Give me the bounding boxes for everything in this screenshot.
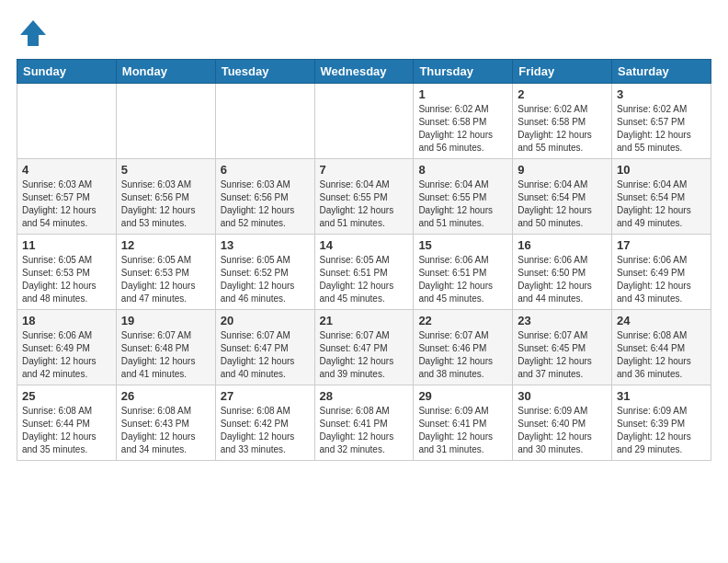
day-info: Sunrise: 6:07 AM Sunset: 6:46 PM Dayligh…	[418, 329, 507, 381]
day-info: Sunrise: 6:08 AM Sunset: 6:44 PM Dayligh…	[22, 405, 111, 456]
day-number: 26	[121, 389, 210, 403]
calendar-cell: 15Sunrise: 6:06 AM Sunset: 6:51 PM Dayli…	[414, 235, 513, 310]
calendar-header-wednesday: Wednesday	[314, 60, 414, 84]
day-number: 15	[418, 238, 507, 252]
day-info: Sunrise: 6:08 AM Sunset: 6:44 PM Dayligh…	[617, 329, 706, 381]
day-number: 31	[617, 389, 706, 403]
day-info: Sunrise: 6:02 AM Sunset: 6:57 PM Dayligh…	[617, 103, 706, 155]
day-info: Sunrise: 6:02 AM Sunset: 6:58 PM Dayligh…	[418, 103, 507, 155]
calendar-cell: 13Sunrise: 6:05 AM Sunset: 6:52 PM Dayli…	[215, 235, 314, 310]
calendar-cell: 2Sunrise: 6:02 AM Sunset: 6:58 PM Daylig…	[513, 84, 612, 159]
day-number: 14	[320, 238, 409, 252]
calendar-cell	[116, 84, 215, 159]
day-number: 1	[418, 87, 507, 101]
calendar-week-row: 11Sunrise: 6:05 AM Sunset: 6:53 PM Dayli…	[17, 235, 711, 310]
day-number: 24	[617, 314, 706, 327]
calendar-cell: 8Sunrise: 6:04 AM Sunset: 6:55 PM Daylig…	[414, 159, 513, 235]
day-info: Sunrise: 6:04 AM Sunset: 6:54 PM Dayligh…	[518, 178, 607, 230]
day-info: Sunrise: 6:07 AM Sunset: 6:45 PM Dayligh…	[518, 329, 607, 381]
calendar-cell: 18Sunrise: 6:06 AM Sunset: 6:49 PM Dayli…	[17, 310, 117, 385]
day-number: 22	[418, 314, 507, 327]
day-number: 3	[617, 87, 706, 101]
logo-icon	[17, 17, 50, 50]
day-info: Sunrise: 6:07 AM Sunset: 6:47 PM Dayligh…	[221, 329, 310, 381]
calendar-cell	[314, 84, 414, 159]
calendar-week-row: 4Sunrise: 6:03 AM Sunset: 6:57 PM Daylig…	[17, 159, 711, 235]
calendar-cell: 12Sunrise: 6:05 AM Sunset: 6:53 PM Dayli…	[116, 235, 215, 310]
day-info: Sunrise: 6:05 AM Sunset: 6:53 PM Dayligh…	[22, 254, 111, 305]
calendar-cell: 14Sunrise: 6:05 AM Sunset: 6:51 PM Dayli…	[314, 235, 414, 310]
calendar-cell: 4Sunrise: 6:03 AM Sunset: 6:57 PM Daylig…	[17, 159, 117, 235]
day-info: Sunrise: 6:06 AM Sunset: 6:51 PM Dayligh…	[418, 254, 507, 305]
calendar-cell: 23Sunrise: 6:07 AM Sunset: 6:45 PM Dayli…	[513, 310, 612, 385]
calendar-header-sunday: Sunday	[17, 60, 117, 84]
day-number: 25	[22, 389, 111, 403]
day-info: Sunrise: 6:05 AM Sunset: 6:52 PM Dayligh…	[221, 254, 310, 305]
calendar-cell: 29Sunrise: 6:09 AM Sunset: 6:41 PM Dayli…	[414, 385, 513, 461]
day-number: 10	[617, 163, 706, 177]
calendar-cell: 16Sunrise: 6:06 AM Sunset: 6:50 PM Dayli…	[513, 235, 612, 310]
calendar-cell: 19Sunrise: 6:07 AM Sunset: 6:48 PM Dayli…	[116, 310, 215, 385]
day-number: 4	[22, 163, 111, 177]
calendar-cell: 9Sunrise: 6:04 AM Sunset: 6:54 PM Daylig…	[513, 159, 612, 235]
calendar-cell: 25Sunrise: 6:08 AM Sunset: 6:44 PM Dayli…	[17, 385, 117, 461]
day-number: 28	[320, 389, 409, 403]
calendar-header-thursday: Thursday	[414, 60, 513, 84]
day-info: Sunrise: 6:08 AM Sunset: 6:42 PM Dayligh…	[221, 405, 310, 456]
day-info: Sunrise: 6:04 AM Sunset: 6:55 PM Dayligh…	[418, 178, 507, 230]
day-number: 21	[320, 314, 409, 327]
day-info: Sunrise: 6:09 AM Sunset: 6:39 PM Dayligh…	[617, 405, 706, 456]
day-number: 29	[418, 389, 507, 403]
calendar-header-monday: Monday	[116, 60, 215, 84]
logo	[17, 17, 53, 50]
calendar-table: SundayMondayTuesdayWednesdayThursdayFrid…	[17, 59, 711, 461]
calendar-cell: 7Sunrise: 6:04 AM Sunset: 6:55 PM Daylig…	[314, 159, 414, 235]
day-number: 13	[221, 238, 310, 252]
day-info: Sunrise: 6:03 AM Sunset: 6:57 PM Dayligh…	[22, 178, 111, 230]
day-number: 23	[518, 314, 607, 327]
calendar-header-row: SundayMondayTuesdayWednesdayThursdayFrid…	[17, 60, 711, 84]
calendar-week-row: 1Sunrise: 6:02 AM Sunset: 6:58 PM Daylig…	[17, 84, 711, 159]
day-number: 6	[221, 163, 310, 177]
day-info: Sunrise: 6:08 AM Sunset: 6:41 PM Dayligh…	[320, 405, 409, 456]
calendar-cell: 21Sunrise: 6:07 AM Sunset: 6:47 PM Dayli…	[314, 310, 414, 385]
day-info: Sunrise: 6:08 AM Sunset: 6:43 PM Dayligh…	[121, 405, 210, 456]
day-info: Sunrise: 6:04 AM Sunset: 6:55 PM Dayligh…	[320, 178, 409, 230]
day-number: 30	[518, 389, 607, 403]
calendar-cell: 28Sunrise: 6:08 AM Sunset: 6:41 PM Dayli…	[314, 385, 414, 461]
day-info: Sunrise: 6:07 AM Sunset: 6:48 PM Dayligh…	[121, 329, 210, 381]
calendar-cell: 22Sunrise: 6:07 AM Sunset: 6:46 PM Dayli…	[414, 310, 513, 385]
calendar-cell: 3Sunrise: 6:02 AM Sunset: 6:57 PM Daylig…	[612, 84, 711, 159]
day-info: Sunrise: 6:05 AM Sunset: 6:51 PM Dayligh…	[320, 254, 409, 305]
calendar-cell: 30Sunrise: 6:09 AM Sunset: 6:40 PM Dayli…	[513, 385, 612, 461]
day-info: Sunrise: 6:06 AM Sunset: 6:50 PM Dayligh…	[518, 254, 607, 305]
calendar-cell: 17Sunrise: 6:06 AM Sunset: 6:49 PM Dayli…	[612, 235, 711, 310]
page: SundayMondayTuesdayWednesdayThursdayFrid…	[0, 0, 728, 563]
calendar-cell: 27Sunrise: 6:08 AM Sunset: 6:42 PM Dayli…	[215, 385, 314, 461]
day-info: Sunrise: 6:03 AM Sunset: 6:56 PM Dayligh…	[121, 178, 210, 230]
calendar-week-row: 25Sunrise: 6:08 AM Sunset: 6:44 PM Dayli…	[17, 385, 711, 461]
day-number: 19	[121, 314, 210, 327]
calendar-cell: 26Sunrise: 6:08 AM Sunset: 6:43 PM Dayli…	[116, 385, 215, 461]
day-number: 2	[518, 87, 607, 101]
day-info: Sunrise: 6:03 AM Sunset: 6:56 PM Dayligh…	[221, 178, 310, 230]
day-number: 11	[22, 238, 111, 252]
calendar-cell: 5Sunrise: 6:03 AM Sunset: 6:56 PM Daylig…	[116, 159, 215, 235]
calendar-cell: 10Sunrise: 6:04 AM Sunset: 6:54 PM Dayli…	[612, 159, 711, 235]
day-number: 20	[221, 314, 310, 327]
calendar-cell: 24Sunrise: 6:08 AM Sunset: 6:44 PM Dayli…	[612, 310, 711, 385]
calendar-cell: 1Sunrise: 6:02 AM Sunset: 6:58 PM Daylig…	[414, 84, 513, 159]
day-info: Sunrise: 6:09 AM Sunset: 6:40 PM Dayligh…	[518, 405, 607, 456]
day-number: 7	[320, 163, 409, 177]
day-info: Sunrise: 6:07 AM Sunset: 6:47 PM Dayligh…	[320, 329, 409, 381]
calendar-cell	[215, 84, 314, 159]
day-number: 27	[221, 389, 310, 403]
calendar-cell: 6Sunrise: 6:03 AM Sunset: 6:56 PM Daylig…	[215, 159, 314, 235]
header	[17, 17, 711, 50]
day-info: Sunrise: 6:09 AM Sunset: 6:41 PM Dayligh…	[418, 405, 507, 456]
day-info: Sunrise: 6:05 AM Sunset: 6:53 PM Dayligh…	[121, 254, 210, 305]
calendar-week-row: 18Sunrise: 6:06 AM Sunset: 6:49 PM Dayli…	[17, 310, 711, 385]
day-number: 16	[518, 238, 607, 252]
day-info: Sunrise: 6:04 AM Sunset: 6:54 PM Dayligh…	[617, 178, 706, 230]
calendar-cell: 11Sunrise: 6:05 AM Sunset: 6:53 PM Dayli…	[17, 235, 117, 310]
